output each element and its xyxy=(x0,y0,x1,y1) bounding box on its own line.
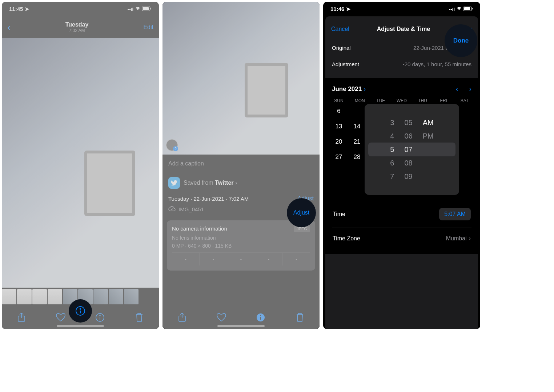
datetime-text: Tuesday · 22-Jun-2021 · 7:02 AM xyxy=(168,196,249,202)
adjustment-label: Adjustment xyxy=(332,61,359,67)
signal-icon: ••ıl xyxy=(128,7,133,12)
camera-info-title: No camera information xyxy=(172,225,227,232)
next-month-button[interactable]: › xyxy=(469,85,471,93)
date-cell[interactable]: 21 xyxy=(350,138,364,145)
favorite-icon[interactable] xyxy=(216,312,227,323)
highlight-info-button xyxy=(69,299,92,323)
date-cell[interactable]: 13 xyxy=(332,123,346,130)
lens-info: No lens information xyxy=(172,235,310,241)
home-indicator[interactable] xyxy=(57,325,104,327)
screen-2-photo-info: ? Add a caption Saved from Twitter › Tue… xyxy=(162,2,320,329)
status-time: 11:46 ➤ xyxy=(330,6,351,12)
svg-point-7 xyxy=(80,308,81,309)
exif-cell: - xyxy=(227,253,255,265)
status-indicators: ••ıl xyxy=(128,7,152,12)
thumbnail[interactable] xyxy=(124,289,138,304)
adjustment-value: -20 days, 1 hour, 55 minutes xyxy=(403,61,471,67)
chevron-right-icon: › xyxy=(364,86,366,92)
cancel-button[interactable]: Cancel xyxy=(331,26,349,32)
thumbnail[interactable] xyxy=(48,289,62,304)
svg-rect-11 xyxy=(260,317,261,320)
exif-cell: - xyxy=(283,253,310,265)
camera-info-card: No camera information JPEG No lens infor… xyxy=(167,220,315,271)
screen-1-photo-detail: 11:45 ➤ ••ıl ‹ Tuesday 7:02 AM Edit xyxy=(2,2,159,329)
thumbnail[interactable] xyxy=(93,289,108,304)
unknown-person-icon: ? xyxy=(173,146,178,151)
delete-icon[interactable] xyxy=(134,312,145,323)
calendar-nav: ‹ › xyxy=(456,85,471,93)
share-icon[interactable] xyxy=(177,312,188,323)
thumbnail[interactable] xyxy=(17,289,32,304)
svg-rect-1 xyxy=(143,7,149,10)
nav-title-area: Tuesday 7:02 AM xyxy=(11,21,144,33)
cloud-icon xyxy=(168,206,176,212)
calendar-body: 6 1314 2021 2728 3 4 5 6 7 xyxy=(332,108,471,202)
exif-cell: - xyxy=(200,253,227,265)
date-cell[interactable]: 27 xyxy=(332,153,346,161)
sheet-grabber-area xyxy=(325,16,478,20)
date-cell[interactable]: 14 xyxy=(350,123,364,130)
weekday-labels: SUN MON TUE WED THU FRI SAT xyxy=(332,98,471,103)
hour-wheel[interactable]: 3 4 5 6 7 xyxy=(390,119,394,181)
status-time: 11:45 ➤ xyxy=(9,6,29,12)
wifi-icon xyxy=(456,7,462,12)
exif-cell: - xyxy=(172,253,200,265)
home-indicator[interactable] xyxy=(217,325,265,327)
nav-subtitle: 7:02 AM xyxy=(11,28,144,33)
info-icon-active[interactable] xyxy=(255,312,266,323)
source-text: Saved from Twitter › xyxy=(184,180,237,186)
chevron-right-icon: › xyxy=(469,235,471,242)
calendar-picker: June 2021 › ‹ › SUN MON TUE WED THU FRI … xyxy=(325,78,478,254)
highlight-done-button: Done xyxy=(445,24,477,57)
edit-button[interactable]: Edit xyxy=(143,24,153,31)
prev-month-button[interactable]: ‹ xyxy=(456,85,458,93)
thumbnail[interactable] xyxy=(32,289,47,304)
time-value-button[interactable]: 5:07 AM xyxy=(439,208,471,220)
filename-text: IMG_0451 xyxy=(178,206,204,212)
time-picker-wheel[interactable]: 3 4 5 6 7 05 06 07 08 09 xyxy=(365,104,459,195)
svg-rect-2 xyxy=(150,8,151,9)
calendar-header: June 2021 › ‹ › xyxy=(332,85,471,93)
photo-viewer-small[interactable]: ? xyxy=(162,2,320,155)
month-selector[interactable]: June 2021 › xyxy=(332,85,366,93)
modal-title: Adjust Date & Time xyxy=(377,26,430,32)
status-indicators: ••ıl xyxy=(449,7,473,12)
timezone-row[interactable]: Time Zone Mumbai › xyxy=(332,229,471,248)
detected-person-avatar[interactable]: ? xyxy=(166,139,178,151)
thumbnail[interactable] xyxy=(109,289,123,304)
battery-icon xyxy=(463,7,473,12)
battery-icon xyxy=(142,7,152,12)
adjustment-row: Adjustment -20 days, 1 hour, 55 minutes xyxy=(332,56,471,72)
signal-icon: ••ıl xyxy=(449,7,455,12)
date-cell[interactable] xyxy=(350,108,364,115)
nav-bar: ‹ Tuesday 7:02 AM Edit xyxy=(2,16,159,38)
highlight-adjust-button: Adjust xyxy=(287,198,316,227)
photo-viewer[interactable] xyxy=(2,38,159,288)
source-row[interactable]: Saved from Twitter › xyxy=(162,173,320,193)
thumbnail[interactable] xyxy=(2,289,16,304)
timezone-label: Time Zone xyxy=(333,235,360,242)
photo-image xyxy=(2,38,159,288)
date-cell[interactable]: 20 xyxy=(332,138,346,145)
status-bar: 11:46 ➤ ••ıl xyxy=(323,2,480,16)
back-button[interactable]: ‹ xyxy=(7,22,11,33)
minute-wheel[interactable]: 05 06 07 08 09 xyxy=(404,119,412,181)
ampm-wheel[interactable]: AM PM xyxy=(423,119,434,181)
exif-stat-row: - - - - - xyxy=(172,252,310,265)
date-cell[interactable]: 28 xyxy=(350,153,364,161)
svg-rect-14 xyxy=(472,8,473,9)
delete-icon[interactable] xyxy=(294,312,305,323)
info-icon[interactable] xyxy=(95,312,105,323)
time-row: Time 5:07 AM xyxy=(332,202,471,226)
twitter-icon xyxy=(168,177,180,189)
caption-input[interactable]: Add a caption xyxy=(162,155,320,173)
nav-title: Tuesday xyxy=(11,21,144,28)
status-bar: 11:45 ➤ ••ıl xyxy=(2,2,159,16)
date-cell[interactable]: 6 xyxy=(332,108,346,115)
favorite-icon[interactable] xyxy=(55,312,66,323)
file-stats: 0 MP · 640 × 800 · 115 KB xyxy=(172,243,310,249)
svg-point-10 xyxy=(260,315,261,316)
svg-rect-13 xyxy=(464,7,470,10)
share-icon[interactable] xyxy=(16,312,27,323)
location-icon: ➤ xyxy=(25,6,29,12)
